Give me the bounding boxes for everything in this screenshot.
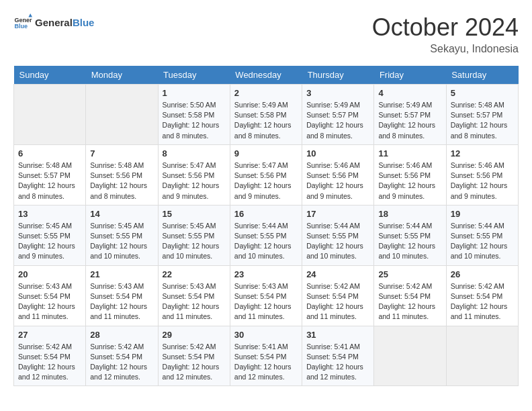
day-info: Sunrise: 5:46 AM Sunset: 5:56 PM Dayligh… [451, 161, 514, 201]
day-info: Sunrise: 5:49 AM Sunset: 5:57 PM Dayligh… [378, 100, 441, 141]
calendar-cell [14, 85, 86, 145]
calendar-cell: 1Sunrise: 5:50 AM Sunset: 5:58 PM Daylig… [158, 85, 230, 145]
location: Sekayu, Indonesia [372, 43, 519, 55]
header-wednesday: Wednesday [230, 66, 302, 85]
day-number: 26 [451, 269, 514, 279]
day-number: 14 [90, 209, 153, 219]
day-number: 19 [451, 209, 514, 219]
calendar-cell: 20Sunrise: 5:43 AM Sunset: 5:54 PM Dayli… [14, 265, 86, 326]
day-info: Sunrise: 5:49 AM Sunset: 5:58 PM Dayligh… [234, 100, 298, 141]
calendar-cell: 22Sunrise: 5:43 AM Sunset: 5:54 PM Dayli… [158, 265, 230, 326]
day-info: Sunrise: 5:44 AM Sunset: 5:55 PM Dayligh… [378, 221, 441, 262]
day-number: 11 [378, 148, 441, 158]
day-info: Sunrise: 5:42 AM Sunset: 5:54 PM Dayligh… [90, 342, 153, 383]
calendar-cell [374, 326, 446, 386]
calendar-cell: 26Sunrise: 5:42 AM Sunset: 5:54 PM Dayli… [446, 265, 518, 326]
day-info: Sunrise: 5:45 AM Sunset: 5:55 PM Dayligh… [18, 221, 81, 262]
calendar-cell: 17Sunrise: 5:44 AM Sunset: 5:55 PM Dayli… [302, 205, 374, 265]
day-info: Sunrise: 5:43 AM Sunset: 5:54 PM Dayligh… [163, 281, 226, 322]
day-info: Sunrise: 5:43 AM Sunset: 5:54 PM Dayligh… [18, 281, 81, 322]
day-number: 10 [306, 148, 369, 158]
day-number: 12 [451, 148, 514, 158]
calendar-week-row: 6Sunrise: 5:48 AM Sunset: 5:57 PM Daylig… [14, 144, 519, 205]
day-number: 29 [163, 330, 226, 340]
day-info: Sunrise: 5:48 AM Sunset: 5:56 PM Dayligh… [90, 161, 153, 201]
calendar-week-row: 13Sunrise: 5:45 AM Sunset: 5:55 PM Dayli… [14, 205, 519, 265]
calendar-week-row: 1Sunrise: 5:50 AM Sunset: 5:58 PM Daylig… [14, 85, 519, 145]
day-info: Sunrise: 5:49 AM Sunset: 5:57 PM Dayligh… [306, 100, 369, 141]
day-number: 8 [163, 148, 226, 158]
header-monday: Monday [86, 66, 158, 85]
calendar-cell: 2Sunrise: 5:49 AM Sunset: 5:58 PM Daylig… [230, 85, 302, 145]
calendar-cell: 28Sunrise: 5:42 AM Sunset: 5:54 PM Dayli… [86, 326, 158, 386]
calendar-cell: 9Sunrise: 5:47 AM Sunset: 5:56 PM Daylig… [230, 144, 302, 205]
day-info: Sunrise: 5:50 AM Sunset: 5:58 PM Dayligh… [163, 100, 226, 141]
calendar-cell: 21Sunrise: 5:43 AM Sunset: 5:54 PM Dayli… [86, 265, 158, 326]
calendar-cell: 19Sunrise: 5:44 AM Sunset: 5:55 PM Dayli… [446, 205, 518, 265]
day-info: Sunrise: 5:47 AM Sunset: 5:56 PM Dayligh… [163, 161, 226, 201]
page-header: General Blue GeneralBlue October 2024 Se… [13, 13, 519, 55]
calendar-cell: 3Sunrise: 5:49 AM Sunset: 5:57 PM Daylig… [302, 85, 374, 145]
month-title: October 2024 [372, 13, 519, 42]
calendar-cell: 29Sunrise: 5:42 AM Sunset: 5:54 PM Dayli… [158, 326, 230, 386]
day-number: 17 [306, 209, 369, 219]
day-info: Sunrise: 5:42 AM Sunset: 5:54 PM Dayligh… [18, 342, 81, 383]
day-info: Sunrise: 5:42 AM Sunset: 5:54 PM Dayligh… [451, 281, 514, 322]
calendar-cell: 8Sunrise: 5:47 AM Sunset: 5:56 PM Daylig… [158, 144, 230, 205]
logo-blue: Blue [73, 17, 95, 28]
day-number: 13 [18, 209, 81, 219]
header-thursday: Thursday [302, 66, 374, 85]
day-info: Sunrise: 5:45 AM Sunset: 5:55 PM Dayligh… [163, 221, 226, 262]
day-info: Sunrise: 5:44 AM Sunset: 5:55 PM Dayligh… [451, 221, 514, 262]
calendar-cell: 30Sunrise: 5:41 AM Sunset: 5:54 PM Dayli… [230, 326, 302, 386]
header-saturday: Saturday [446, 66, 518, 85]
header-tuesday: Tuesday [158, 66, 230, 85]
day-number: 15 [163, 209, 226, 219]
svg-marker-2 [28, 13, 32, 17]
day-info: Sunrise: 5:47 AM Sunset: 5:56 PM Dayligh… [234, 161, 298, 201]
day-number: 30 [234, 330, 298, 340]
calendar-cell: 10Sunrise: 5:46 AM Sunset: 5:56 PM Dayli… [302, 144, 374, 205]
day-info: Sunrise: 5:46 AM Sunset: 5:56 PM Dayligh… [306, 161, 369, 201]
day-number: 6 [18, 148, 81, 158]
calendar-cell: 4Sunrise: 5:49 AM Sunset: 5:57 PM Daylig… [374, 85, 446, 145]
calendar-cell: 5Sunrise: 5:48 AM Sunset: 5:57 PM Daylig… [446, 85, 518, 145]
calendar-cell: 15Sunrise: 5:45 AM Sunset: 5:55 PM Dayli… [158, 205, 230, 265]
day-number: 2 [234, 88, 298, 98]
day-info: Sunrise: 5:48 AM Sunset: 5:57 PM Dayligh… [18, 161, 81, 201]
calendar-week-row: 20Sunrise: 5:43 AM Sunset: 5:54 PM Dayli… [14, 265, 519, 326]
logo-icon: General Blue [13, 13, 32, 32]
day-info: Sunrise: 5:41 AM Sunset: 5:54 PM Dayligh… [306, 342, 369, 383]
day-number: 16 [234, 209, 298, 219]
day-info: Sunrise: 5:46 AM Sunset: 5:56 PM Dayligh… [378, 161, 441, 201]
calendar-cell: 6Sunrise: 5:48 AM Sunset: 5:57 PM Daylig… [14, 144, 86, 205]
day-number: 31 [306, 330, 369, 340]
day-info: Sunrise: 5:43 AM Sunset: 5:54 PM Dayligh… [234, 281, 298, 322]
day-info: Sunrise: 5:42 AM Sunset: 5:54 PM Dayligh… [163, 342, 226, 383]
calendar-cell [86, 85, 158, 145]
day-number: 18 [378, 209, 441, 219]
title-block: October 2024 Sekayu, Indonesia [372, 13, 519, 55]
day-number: 9 [234, 148, 298, 158]
calendar-cell: 7Sunrise: 5:48 AM Sunset: 5:56 PM Daylig… [86, 144, 158, 205]
day-number: 1 [163, 88, 226, 98]
day-number: 21 [90, 269, 153, 279]
day-info: Sunrise: 5:42 AM Sunset: 5:54 PM Dayligh… [306, 281, 369, 322]
svg-text:General: General [14, 17, 32, 24]
logo-general: General [35, 17, 73, 28]
logo: General Blue GeneralBlue [13, 13, 94, 32]
header-friday: Friday [374, 66, 446, 85]
calendar-cell: 12Sunrise: 5:46 AM Sunset: 5:56 PM Dayli… [446, 144, 518, 205]
day-info: Sunrise: 5:45 AM Sunset: 5:55 PM Dayligh… [90, 221, 153, 262]
calendar-header-row: SundayMondayTuesdayWednesdayThursdayFrid… [14, 66, 519, 85]
calendar-cell: 27Sunrise: 5:42 AM Sunset: 5:54 PM Dayli… [14, 326, 86, 386]
calendar-cell: 13Sunrise: 5:45 AM Sunset: 5:55 PM Dayli… [14, 205, 86, 265]
day-number: 20 [18, 269, 81, 279]
calendar-cell: 11Sunrise: 5:46 AM Sunset: 5:56 PM Dayli… [374, 144, 446, 205]
calendar-cell: 23Sunrise: 5:43 AM Sunset: 5:54 PM Dayli… [230, 265, 302, 326]
svg-text:Blue: Blue [14, 23, 28, 30]
header-sunday: Sunday [14, 66, 86, 85]
day-info: Sunrise: 5:43 AM Sunset: 5:54 PM Dayligh… [90, 281, 153, 322]
day-info: Sunrise: 5:41 AM Sunset: 5:54 PM Dayligh… [234, 342, 298, 383]
day-number: 4 [378, 88, 441, 98]
